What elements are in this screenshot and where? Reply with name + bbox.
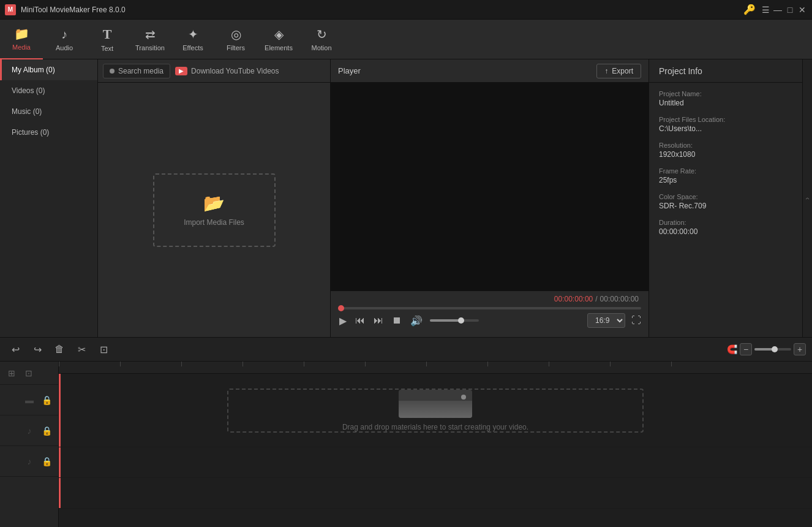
zoom-minus-button[interactable]: − — [740, 343, 752, 355]
youtube-icon: ▶ — [175, 67, 187, 75]
effects-icon: ✦ — [188, 27, 198, 42]
crop-button[interactable]: ⊡ — [94, 340, 113, 358]
framerate-row: Frame Rate: 25fps — [659, 167, 792, 184]
delete-button[interactable]: 🗑 — [50, 340, 69, 358]
toolbar-item-media[interactable]: 📁 Media — [0, 20, 43, 59]
project-info-header: Project Info — [649, 59, 802, 83]
toolbar-item-audio[interactable]: ♪ Audio — [43, 20, 86, 59]
volume-fill — [430, 319, 459, 322]
sidebar-item-myalbum[interactable]: My Album (0) — [0, 59, 97, 80]
undo-button[interactable]: ↩ — [6, 340, 24, 358]
toolbar-item-effects[interactable]: ✦ Effects — [171, 20, 214, 59]
project-location-row: Project Files Location: C:\Users\to... — [659, 116, 792, 133]
app-title: MiniTool MovieMaker Free 8.0.0 — [21, 6, 739, 14]
track-add-row: ⊞ ⊡ — [0, 362, 58, 385]
resolution-label: Resolution: — [659, 142, 792, 149]
elements-icon: ◈ — [274, 27, 284, 42]
close-button[interactable]: ✕ — [797, 5, 807, 15]
export-button[interactable]: ↑ Export — [596, 64, 641, 78]
toolbar-item-text[interactable]: T Text — [86, 20, 129, 59]
project-name-row: Project Name: Untitled — [659, 90, 792, 107]
filters-icon: ◎ — [231, 27, 241, 42]
search-dot — [110, 69, 115, 74]
text-icon: T — [103, 26, 112, 42]
image-dot — [461, 395, 466, 400]
export-icon: ↑ — [604, 67, 608, 75]
duration-row: Duration: 00:00:00:00 — [659, 219, 792, 236]
redo-button[interactable]: ↪ — [28, 340, 47, 358]
volume-thumb — [458, 317, 464, 324]
add-video-track-button[interactable]: ⊞ — [5, 366, 18, 380]
folder-icon: 📂 — [203, 193, 225, 213]
media-content-area: 📂 Import Media Files — [98, 83, 330, 337]
progress-thumb — [338, 305, 344, 311]
ruler-mark-9 — [610, 362, 611, 366]
key-icon: 🔑 — [743, 4, 756, 15]
stop-button[interactable]: ⏹ — [391, 314, 403, 327]
ruler-mark-4 — [304, 362, 304, 366]
cut-button[interactable]: ✂ — [72, 340, 91, 358]
audio-track-2-icon: ♪ — [23, 455, 36, 468]
toolbar-item-transition[interactable]: ⇄ Transition — [129, 20, 171, 59]
audio-1-lock-button[interactable]: 🔒 — [40, 424, 53, 438]
framerate-label: Frame Rate: — [659, 167, 792, 175]
audio-icon: ♪ — [61, 28, 67, 42]
sidebar-item-pictures[interactable]: Pictures (0) — [0, 122, 97, 143]
ruler-mark-2 — [181, 362, 182, 366]
volume-slider[interactable] — [430, 319, 479, 322]
youtube-download-button[interactable]: ▶ Download YouTube Videos — [175, 67, 279, 75]
youtube-label: Download YouTube Videos — [191, 67, 279, 75]
transition-icon: ⇄ — [145, 27, 156, 42]
main-area: My Album (0) Videos (0) Music (0) Pictur… — [0, 59, 812, 337]
video-lock-button[interactable]: 🔒 — [40, 393, 53, 407]
skip-back-button[interactable]: ⏮ — [354, 314, 366, 327]
timeline-ruler — [59, 362, 812, 374]
zoom-plus-button[interactable]: + — [794, 343, 806, 355]
time-separator: / — [595, 295, 597, 303]
import-media-box[interactable]: 📂 Import Media Files — [153, 173, 276, 247]
ruler-mark-10 — [671, 362, 672, 366]
toolbar-item-elements[interactable]: ◈ Elements — [257, 20, 300, 59]
zoom-thumb — [772, 346, 778, 352]
project-info-table: Project Name: Untitled Project Files Loc… — [649, 83, 802, 243]
add-clip-button[interactable]: ⊡ — [22, 366, 36, 380]
panel-collapse-arrow[interactable]: ‹ — [802, 59, 812, 337]
search-label: Search media — [118, 67, 164, 75]
ruler-mark-8 — [549, 362, 549, 366]
volume-button[interactable]: 🔊 — [409, 314, 424, 328]
resolution-row: Resolution: 1920x1080 — [659, 142, 792, 159]
track-controls: ⊞ ⊡ ▬ 🔒 ♪ 🔒 ♪ 🔒 — [0, 362, 59, 527]
search-button[interactable]: Search media — [103, 64, 170, 78]
minimize-button[interactable]: — — [773, 5, 783, 15]
toolbar-item-motion[interactable]: ↻ Motion — [300, 20, 343, 59]
ruler-mark-1 — [120, 362, 121, 366]
duration-label: Duration: — [659, 219, 792, 226]
sidebar-item-videos[interactable]: Videos (0) — [0, 80, 97, 101]
ruler-mark-0 — [59, 362, 59, 366]
play-button[interactable]: ▶ — [338, 314, 348, 328]
project-name-label: Project Name: — [659, 90, 792, 97]
ruler-mark-6 — [426, 362, 427, 366]
zoom-slider[interactable] — [754, 348, 791, 351]
media-icon: 📁 — [14, 26, 29, 41]
video-track-row[interactable]: Drag and drop materials here to start cr… — [59, 374, 812, 447]
ruler-mark-7 — [487, 362, 488, 366]
hamburger-icon[interactable]: ☰ — [761, 5, 770, 15]
fullscreen-button[interactable]: ⛶ — [631, 315, 641, 326]
timeline-tracks: ⊞ ⊡ ▬ 🔒 ♪ 🔒 ♪ 🔒 — [0, 362, 812, 527]
sidebar-item-music[interactable]: Music (0) — [0, 101, 97, 122]
maximize-button[interactable]: □ — [785, 5, 795, 15]
skip-forward-button[interactable]: ⏭ — [372, 314, 385, 327]
playback-controls: ▶ ⏮ ⏭ ⏹ 🔊 16:9 9:16 1:1 4:3 21:9 ⛶ — [338, 313, 641, 328]
media-toolbar: Search media ▶ Download YouTube Videos — [98, 59, 330, 83]
progress-bar[interactable] — [338, 307, 641, 309]
framerate-value: 25fps — [659, 176, 792, 184]
video-track-icon: ▬ — [23, 393, 36, 407]
audio-2-lock-button[interactable]: 🔒 — [40, 455, 53, 468]
project-location-label: Project Files Location: — [659, 116, 792, 123]
toolbar-item-filters[interactable]: ◎ Filters — [214, 20, 257, 59]
ruler-mark-5 — [365, 362, 366, 366]
media-panel: Search media ▶ Download YouTube Videos 📂… — [98, 59, 331, 337]
aspect-ratio-select[interactable]: 16:9 9:16 1:1 4:3 21:9 — [587, 313, 625, 328]
drop-text: Drag and drop materials here to start cr… — [342, 423, 528, 431]
